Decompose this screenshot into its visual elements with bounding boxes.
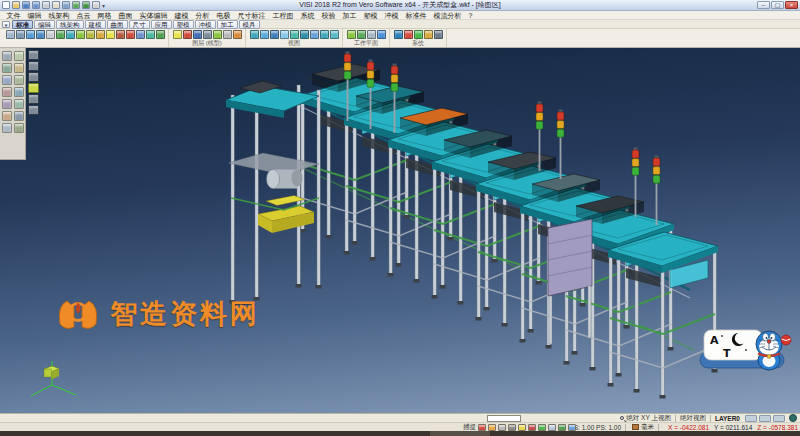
menu-item-9[interactable]: 分析 bbox=[192, 11, 213, 20]
system-settings-icon[interactable] bbox=[394, 30, 403, 39]
grid-toggle-icon[interactable] bbox=[568, 424, 576, 431]
view-rotate-icon[interactable] bbox=[310, 30, 319, 39]
snap-center-icon[interactable] bbox=[498, 424, 506, 431]
select-tool-icon[interactable] bbox=[2, 51, 12, 61]
wireframe-view-icon[interactable] bbox=[76, 30, 85, 39]
menu-item-5[interactable]: 网格 bbox=[94, 11, 115, 20]
open-folder-icon[interactable] bbox=[12, 1, 20, 9]
snap-endpoint-icon[interactable] bbox=[478, 424, 486, 431]
attributes-icon[interactable] bbox=[116, 30, 125, 39]
filter-btn-5[interactable] bbox=[28, 94, 39, 104]
workplane-view-icon[interactable] bbox=[367, 30, 376, 39]
toolbar-tab-2[interactable]: 编辑 bbox=[34, 20, 55, 29]
toolbar-tab-11[interactable]: 模具 bbox=[239, 20, 260, 29]
menu-item-20[interactable]: ? bbox=[465, 11, 476, 20]
active-layer-label[interactable]: LAYER0 bbox=[715, 415, 740, 422]
save-icon[interactable] bbox=[22, 1, 30, 9]
snap-grid-icon[interactable] bbox=[558, 424, 566, 431]
layer-on-icon[interactable] bbox=[213, 30, 222, 39]
system-macro-icon[interactable] bbox=[414, 30, 423, 39]
zoom-window-icon[interactable] bbox=[26, 30, 35, 39]
menu-item-16[interactable]: 塑模 bbox=[360, 11, 381, 20]
close-button[interactable]: × bbox=[785, 1, 798, 9]
toolbar-tab-9[interactable]: 冲模 bbox=[195, 20, 216, 29]
fillet-tool-icon[interactable] bbox=[14, 63, 24, 73]
workplane-reset-icon[interactable] bbox=[377, 30, 386, 39]
menu-item-11[interactable]: 尺寸标注 bbox=[234, 11, 269, 20]
snap-midpoint-icon[interactable] bbox=[488, 424, 496, 431]
view-top-icon[interactable] bbox=[260, 30, 269, 39]
menu-item-17[interactable]: 冲模 bbox=[381, 11, 402, 20]
status-box-2[interactable] bbox=[759, 415, 771, 422]
new-file-icon[interactable] bbox=[2, 1, 10, 9]
break-tool-icon[interactable] bbox=[2, 63, 12, 73]
menu-item-18[interactable]: 标准件 bbox=[402, 11, 430, 20]
layer-list-icon[interactable] bbox=[173, 30, 182, 39]
graphics-viewport[interactable]: 智造资料网 A T bbox=[0, 48, 800, 413]
status-indicator-icon[interactable] bbox=[789, 414, 797, 422]
line-weight-icon[interactable] bbox=[203, 30, 212, 39]
selection-icon[interactable] bbox=[6, 30, 15, 39]
rotate-icon[interactable] bbox=[56, 30, 65, 39]
pan-icon[interactable] bbox=[46, 30, 55, 39]
menu-item-12[interactable]: 工程图 bbox=[269, 11, 297, 20]
snap-node-icon[interactable] bbox=[548, 424, 556, 431]
assembly-line-3d-model[interactable] bbox=[0, 48, 800, 413]
toolbar-tab-5[interactable]: 曲面 bbox=[107, 20, 128, 29]
maximize-button[interactable]: ▢ bbox=[771, 1, 784, 9]
system-help-icon[interactable] bbox=[424, 30, 433, 39]
menu-item-10[interactable]: 电极 bbox=[213, 11, 234, 20]
menu-item-7[interactable]: 实体编辑 bbox=[136, 11, 171, 20]
array-tool-icon[interactable] bbox=[2, 123, 12, 133]
status-box-1[interactable] bbox=[745, 415, 757, 422]
system-database-icon[interactable] bbox=[404, 30, 413, 39]
explode-tool-icon[interactable] bbox=[14, 123, 24, 133]
toolbar-tab-4[interactable]: 建模 bbox=[85, 20, 106, 29]
tab-dropdown-icon[interactable]: ▾ bbox=[2, 21, 10, 28]
coord-entry-field[interactable] bbox=[487, 415, 521, 422]
snap-perpendicular-icon[interactable] bbox=[538, 424, 546, 431]
toolbar-tab-3[interactable]: 线架构 bbox=[56, 20, 84, 29]
minimize-button[interactable]: – bbox=[757, 1, 770, 9]
plot-icon[interactable] bbox=[52, 1, 60, 9]
menu-item-4[interactable]: 点云 bbox=[73, 11, 94, 20]
undo-view-icon[interactable] bbox=[136, 30, 145, 39]
menu-item-2[interactable]: 编辑 bbox=[24, 11, 45, 20]
layer-manager-icon[interactable] bbox=[106, 30, 115, 39]
view-bottom-icon[interactable] bbox=[300, 30, 309, 39]
stretch-tool-icon[interactable] bbox=[14, 111, 24, 121]
trim-tool-icon[interactable] bbox=[14, 51, 24, 61]
filter-btn-6[interactable] bbox=[28, 105, 39, 115]
copy-tool-icon[interactable] bbox=[2, 99, 12, 109]
refresh-icon[interactable] bbox=[156, 30, 165, 39]
filter-btn-3[interactable] bbox=[28, 72, 39, 82]
box-select-icon[interactable] bbox=[16, 30, 25, 39]
toolbar-tab-7[interactable]: 应用 bbox=[151, 20, 172, 29]
view-prev-icon[interactable] bbox=[320, 30, 329, 39]
layer-current-icon[interactable] bbox=[233, 30, 242, 39]
info-icon[interactable] bbox=[146, 30, 155, 39]
menu-item-1[interactable]: 文件 bbox=[3, 11, 24, 20]
menu-item-19[interactable]: 模流分析 bbox=[430, 11, 465, 20]
menu-item-8[interactable]: 建模 bbox=[171, 11, 192, 20]
snap-quadrant-icon[interactable] bbox=[518, 424, 526, 431]
snap-tangent-icon[interactable] bbox=[528, 424, 536, 431]
hidden-line-icon[interactable] bbox=[86, 30, 95, 39]
line-color-icon[interactable] bbox=[183, 30, 192, 39]
print-icon[interactable] bbox=[42, 1, 50, 9]
filter-btn-4[interactable] bbox=[28, 83, 39, 93]
menu-item-3[interactable]: 线架构 bbox=[45, 11, 73, 20]
toolbar-tab-8[interactable]: 塑模 bbox=[173, 20, 194, 29]
offset-tool-icon[interactable] bbox=[14, 75, 24, 85]
workplane-align-icon[interactable] bbox=[357, 30, 366, 39]
snap-intersection-icon[interactable] bbox=[508, 424, 516, 431]
import-icon[interactable] bbox=[62, 1, 70, 9]
menu-item-13[interactable]: 系统 bbox=[297, 11, 318, 20]
delete-icon[interactable] bbox=[126, 30, 135, 39]
view-side-icon[interactable] bbox=[280, 30, 289, 39]
chamfer-tool-icon[interactable] bbox=[2, 75, 12, 85]
line-type-icon[interactable] bbox=[193, 30, 202, 39]
menu-item-14[interactable]: 校验 bbox=[318, 11, 339, 20]
layer-off-icon[interactable] bbox=[223, 30, 232, 39]
move-tool-icon[interactable] bbox=[14, 87, 24, 97]
